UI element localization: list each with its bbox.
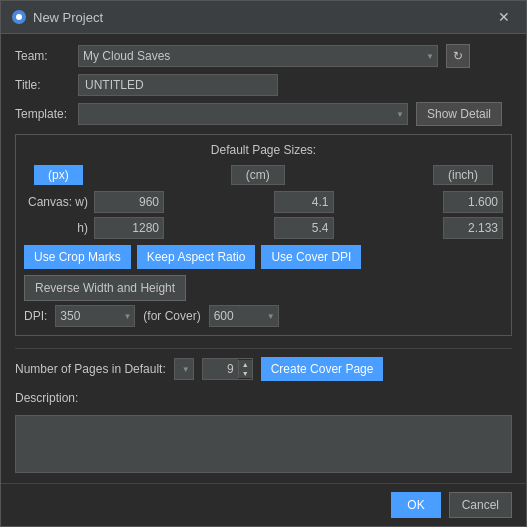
pages-label: Number of Pages in Default: bbox=[15, 362, 166, 376]
svg-point-1 bbox=[16, 14, 22, 20]
dpi-select[interactable]: 350 bbox=[55, 305, 135, 327]
unit-px-button[interactable]: (px) bbox=[34, 165, 83, 185]
close-button[interactable]: ✕ bbox=[492, 7, 516, 27]
team-select-wrapper: My Cloud Saves bbox=[78, 45, 438, 67]
description-label: Description: bbox=[15, 391, 512, 405]
canvas-h-label: h) bbox=[24, 221, 94, 235]
show-detail-button[interactable]: Show Detail bbox=[416, 102, 502, 126]
for-cover-label: (for Cover) bbox=[143, 309, 200, 323]
pages-row: Number of Pages in Default: ▲ ▼ Create C… bbox=[15, 348, 512, 381]
dialog-footer: OK Cancel bbox=[1, 483, 526, 526]
team-row: Team: My Cloud Saves ↻ bbox=[15, 44, 512, 68]
canvas-w-inch-input[interactable] bbox=[443, 191, 503, 213]
dialog-title: New Project bbox=[33, 10, 486, 25]
refresh-icon: ↻ bbox=[453, 49, 463, 63]
crop-marks-button[interactable]: Use Crop Marks bbox=[24, 245, 131, 269]
dpi-label: DPI: bbox=[24, 309, 47, 323]
title-row: Title: bbox=[15, 74, 512, 96]
template-label: Template: bbox=[15, 107, 70, 121]
cover-dpi-select[interactable]: 600 bbox=[209, 305, 279, 327]
canvas-h-px-input[interactable] bbox=[94, 217, 164, 239]
spinner-up-button[interactable]: ▲ bbox=[239, 360, 252, 369]
template-select-wrapper bbox=[78, 103, 408, 125]
canvas-w-row: Canvas: w) bbox=[24, 191, 503, 213]
description-textarea[interactable] bbox=[15, 415, 512, 473]
unit-inch-button[interactable]: (inch) bbox=[433, 165, 493, 185]
canvas-h-cm-input[interactable] bbox=[274, 217, 334, 239]
new-project-dialog: New Project ✕ Team: My Cloud Saves ↻ Tit… bbox=[0, 0, 527, 527]
spinner-arrows: ▲ ▼ bbox=[238, 360, 252, 378]
title-label: Title: bbox=[15, 78, 70, 92]
create-cover-button[interactable]: Create Cover Page bbox=[261, 357, 384, 381]
canvas-h-inch-input[interactable] bbox=[443, 217, 503, 239]
team-label: Team: bbox=[15, 49, 70, 63]
pages-type-select[interactable] bbox=[174, 358, 194, 380]
canvas-w-px-input[interactable] bbox=[94, 191, 164, 213]
canvas-w-cm-input[interactable] bbox=[274, 191, 334, 213]
canvas-w-label: Canvas: w) bbox=[24, 195, 94, 209]
cover-dpi-select-wrapper: 600 bbox=[209, 305, 279, 327]
pages-select-wrapper bbox=[174, 358, 194, 380]
units-row: (px) (cm) (inch) bbox=[24, 165, 503, 185]
title-bar: New Project ✕ bbox=[1, 1, 526, 34]
spinner-down-button[interactable]: ▼ bbox=[239, 369, 252, 378]
template-row: Template: Show Detail bbox=[15, 102, 512, 126]
refresh-button[interactable]: ↻ bbox=[446, 44, 470, 68]
canvas-w-inputs bbox=[94, 191, 503, 213]
template-select[interactable] bbox=[78, 103, 408, 125]
dialog-content: Team: My Cloud Saves ↻ Title: Template: bbox=[1, 34, 526, 483]
page-sizes-panel: Default Page Sizes: (px) (cm) (inch) Can… bbox=[15, 134, 512, 336]
dpi-select-wrapper: 350 bbox=[55, 305, 135, 327]
dpi-row: DPI: 350 (for Cover) 600 bbox=[24, 305, 503, 327]
cancel-button[interactable]: Cancel bbox=[449, 492, 512, 518]
team-select[interactable]: My Cloud Saves bbox=[78, 45, 438, 67]
pages-count-input[interactable] bbox=[203, 359, 238, 379]
unit-cm-button[interactable]: (cm) bbox=[231, 165, 285, 185]
ok-button[interactable]: OK bbox=[391, 492, 440, 518]
title-input[interactable] bbox=[78, 74, 278, 96]
keep-aspect-button[interactable]: Keep Aspect Ratio bbox=[137, 245, 256, 269]
canvas-h-inputs bbox=[94, 217, 503, 239]
use-cover-dpi-button[interactable]: Use Cover DPI bbox=[261, 245, 361, 269]
app-icon bbox=[11, 9, 27, 25]
panel-title: Default Page Sizes: bbox=[24, 143, 503, 157]
canvas-buttons-row: Use Crop Marks Keep Aspect Ratio Use Cov… bbox=[24, 245, 503, 301]
canvas-h-row: h) bbox=[24, 217, 503, 239]
pages-spinner: ▲ ▼ bbox=[202, 358, 253, 380]
reverse-wh-button[interactable]: Reverse Width and Height bbox=[24, 275, 186, 301]
